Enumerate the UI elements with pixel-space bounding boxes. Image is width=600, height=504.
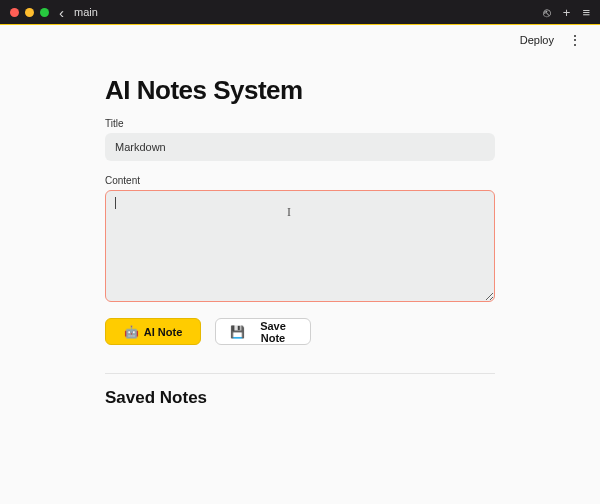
back-icon[interactable]: ‹ bbox=[59, 5, 64, 20]
close-window-icon[interactable] bbox=[10, 8, 19, 17]
text-caret-icon bbox=[115, 197, 116, 209]
page-title: AI Notes System bbox=[105, 75, 495, 106]
robot-icon: 🤖 bbox=[124, 325, 139, 339]
hamburger-icon[interactable]: ≡ bbox=[582, 6, 590, 19]
ai-note-button[interactable]: 🤖 AI Note bbox=[105, 318, 201, 345]
content-textarea-wrap: I bbox=[105, 190, 495, 306]
ai-note-button-label: AI Note bbox=[144, 326, 183, 338]
content-textarea[interactable] bbox=[105, 190, 495, 302]
save-note-button[interactable]: 💾 Save Note bbox=[215, 318, 311, 345]
window-chrome: ‹ main ⎋ + ≡ bbox=[0, 0, 600, 25]
deploy-button[interactable]: Deploy bbox=[520, 34, 554, 46]
kebab-menu-icon[interactable]: ⋮ bbox=[568, 32, 582, 48]
save-note-button-label: Save Note bbox=[250, 320, 296, 344]
window-title: main bbox=[74, 6, 98, 18]
plus-icon[interactable]: + bbox=[563, 6, 571, 19]
content-label: Content bbox=[105, 175, 495, 186]
title-label: Title bbox=[105, 118, 495, 129]
traffic-lights bbox=[10, 8, 49, 17]
app-header: Deploy ⋮ bbox=[0, 25, 600, 55]
saved-notes-heading: Saved Notes bbox=[105, 388, 495, 408]
chrome-right-controls: ⎋ + ≡ bbox=[543, 6, 590, 19]
main-content: AI Notes System Title Content I 🤖 AI Not… bbox=[0, 55, 600, 504]
section-divider bbox=[105, 373, 495, 374]
title-input[interactable] bbox=[105, 133, 495, 161]
button-row: 🤖 AI Note 💾 Save Note bbox=[105, 318, 495, 345]
floppy-icon: 💾 bbox=[230, 325, 245, 339]
lock-icon[interactable]: ⎋ bbox=[543, 6, 551, 19]
minimize-window-icon[interactable] bbox=[25, 8, 34, 17]
maximize-window-icon[interactable] bbox=[40, 8, 49, 17]
